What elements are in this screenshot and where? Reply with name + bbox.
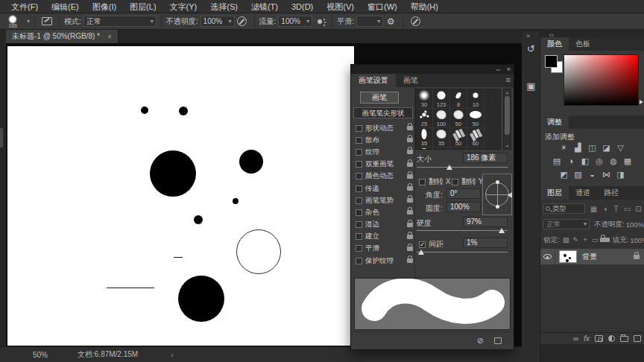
- checkbox[interactable]: [356, 173, 362, 180]
- close-panel-icon[interactable]: ×: [507, 65, 511, 74]
- lock-all-icon[interactable]: [600, 238, 610, 242]
- brush-option-row[interactable]: 平滑: [353, 243, 414, 255]
- chevron-down-icon[interactable]: ▾: [27, 18, 30, 25]
- lock-icon[interactable]: [407, 150, 413, 154]
- new-brush-icon[interactable]: [494, 337, 502, 344]
- filter-pixel-layers-icon[interactable]: ▦: [588, 205, 599, 213]
- checkbox[interactable]: [356, 197, 362, 204]
- adjustment-hue-saturation-icon[interactable]: ▤: [552, 156, 563, 166]
- brush-preset[interactable]: 100: [433, 109, 450, 128]
- brush-preset-picker[interactable]: 186: [4, 14, 24, 29]
- checkbox[interactable]: [356, 185, 362, 192]
- menubar-item[interactable]: 选择(S): [203, 0, 244, 13]
- menubar-item[interactable]: 图像(I): [86, 0, 123, 13]
- menubar-item[interactable]: 帮助(H): [404, 0, 445, 13]
- hardness-slider-thumb[interactable]: [499, 228, 505, 233]
- foreground-color-swatch[interactable]: [545, 55, 558, 68]
- filter-smart-object-icon[interactable]: ⊡: [633, 205, 644, 213]
- brush-option-row[interactable]: 画笔笔势: [353, 194, 414, 206]
- lock-icon[interactable]: [407, 247, 413, 251]
- flow-select[interactable]: 100%▾: [278, 16, 312, 27]
- lock-icon[interactable]: [407, 223, 413, 227]
- lock-icon[interactable]: [407, 210, 413, 215]
- checkbox[interactable]: [356, 233, 362, 240]
- brush-preset[interactable]: 35: [416, 128, 433, 147]
- brush-preset[interactable]: 60: [467, 128, 484, 147]
- brush-preset[interactable]: 25: [416, 109, 433, 128]
- new-adjustment-layer-icon[interactable]: [608, 335, 615, 342]
- menubar-item[interactable]: 视图(V): [320, 0, 361, 13]
- document-tab[interactable]: 未标题-1 @ 50%(RGB/8) * ×: [6, 30, 119, 43]
- brush-option-row[interactable]: 传递: [353, 182, 414, 194]
- zoom-level-field[interactable]: 50%: [33, 351, 48, 359]
- add-layer-mask-icon[interactable]: [595, 335, 603, 342]
- expand-panels-icon[interactable]: »: [526, 32, 530, 39]
- brush-panel-tab[interactable]: 画笔: [396, 74, 426, 87]
- hardness-slider[interactable]: [417, 230, 508, 231]
- adjustment-invert-icon[interactable]: ◩: [558, 170, 569, 180]
- new-group-icon[interactable]: [620, 336, 628, 342]
- checkbox[interactable]: [356, 137, 362, 144]
- link-layers-icon[interactable]: ∞: [573, 334, 578, 344]
- flip-x-checkbox[interactable]: [419, 179, 426, 185]
- layer-visibility-toggle[interactable]: [540, 249, 555, 264]
- color-gradient-picker[interactable]: [564, 54, 639, 106]
- lock-icon[interactable]: [407, 174, 413, 179]
- lock-image-pixels-icon[interactable]: ✎: [571, 236, 581, 244]
- spacing-checkbox[interactable]: [419, 241, 426, 248]
- lock-position-icon[interactable]: +: [581, 236, 590, 244]
- filter-type-layers-icon[interactable]: T: [610, 205, 622, 213]
- new-layer-icon[interactable]: [634, 335, 641, 342]
- menubar-item[interactable]: 文字(Y): [163, 0, 204, 13]
- adjustment-photo-filter-icon[interactable]: ◎: [594, 156, 605, 166]
- colors-panel-tab[interactable]: 颜色: [540, 37, 569, 51]
- menubar-item[interactable]: 滤镜(T): [244, 0, 285, 13]
- layer-row-background[interactable]: 背景: [540, 249, 644, 264]
- layer-blend-mode-select[interactable]: 正常 ▾: [543, 219, 590, 229]
- adjustment-color-lookup-icon[interactable]: ▦: [622, 156, 634, 166]
- lock-icon[interactable]: [407, 258, 413, 263]
- roundness-value-field[interactable]: 100%: [446, 202, 481, 212]
- adjustment-curves-icon[interactable]: ◫: [587, 143, 598, 153]
- pressure-opacity-button[interactable]: [235, 15, 250, 28]
- checkbox[interactable]: [356, 161, 362, 168]
- layer-opacity-value[interactable]: 100%: [626, 220, 644, 229]
- checkbox[interactable]: [356, 258, 362, 264]
- opacity-select[interactable]: 100%▾: [201, 16, 235, 27]
- size-slider[interactable]: [417, 167, 508, 168]
- brush-option-row[interactable]: 杂色: [353, 206, 414, 218]
- layers-panel-tab[interactable]: 通道: [569, 186, 597, 200]
- status-options-caret[interactable]: ›: [171, 351, 173, 359]
- lock-icon[interactable]: [407, 126, 413, 130]
- lock-icon[interactable]: [407, 235, 413, 239]
- scroll-down-icon[interactable]: ▼: [504, 144, 511, 148]
- pressure-size-button[interactable]: [408, 15, 423, 28]
- close-icon[interactable]: ×: [107, 33, 112, 41]
- adjustment-channel-mixer-icon[interactable]: ◍: [608, 156, 619, 166]
- fill-value[interactable]: 100%: [630, 236, 644, 244]
- brush-option-row[interactable]: 颜色动态: [353, 171, 414, 182]
- preset-scrollbar[interactable]: ▲ ▼: [503, 89, 511, 150]
- brush-preset[interactable]: 30: [416, 89, 433, 109]
- lock-icon[interactable]: [407, 186, 413, 191]
- canvas-document[interactable]: [7, 46, 354, 346]
- layer-effects-icon[interactable]: fx: [584, 334, 590, 344]
- layers-panel-tab[interactable]: 图层: [540, 186, 569, 200]
- brush-preset[interactable]: 284: [450, 147, 467, 150]
- adjustment-exposure-icon[interactable]: ◪: [601, 143, 612, 153]
- menubar-item[interactable]: 图层(L): [123, 0, 162, 13]
- brush-preset[interactable]: 100: [416, 147, 433, 150]
- adjustments-tab[interactable]: 调整: [540, 115, 569, 129]
- brush-preset[interactable]: [467, 147, 484, 150]
- menubar-item[interactable]: 编辑(E): [45, 0, 86, 13]
- tools-panel-handle[interactable]: [0, 128, 3, 147]
- spacing-slider-thumb[interactable]: [418, 250, 424, 255]
- brush-option-row[interactable]: 形状动态: [353, 122, 414, 134]
- lock-transparent-pixels-icon[interactable]: ▨: [561, 236, 571, 244]
- flip-y-checkbox[interactable]: [452, 179, 458, 185]
- brush-preset[interactable]: 50: [467, 109, 484, 128]
- spacing-slider[interactable]: [417, 252, 508, 253]
- spacing-value-field[interactable]: 1%: [463, 238, 508, 248]
- checkbox[interactable]: [356, 209, 362, 216]
- adjustment-posterize-icon[interactable]: ▨: [572, 170, 584, 180]
